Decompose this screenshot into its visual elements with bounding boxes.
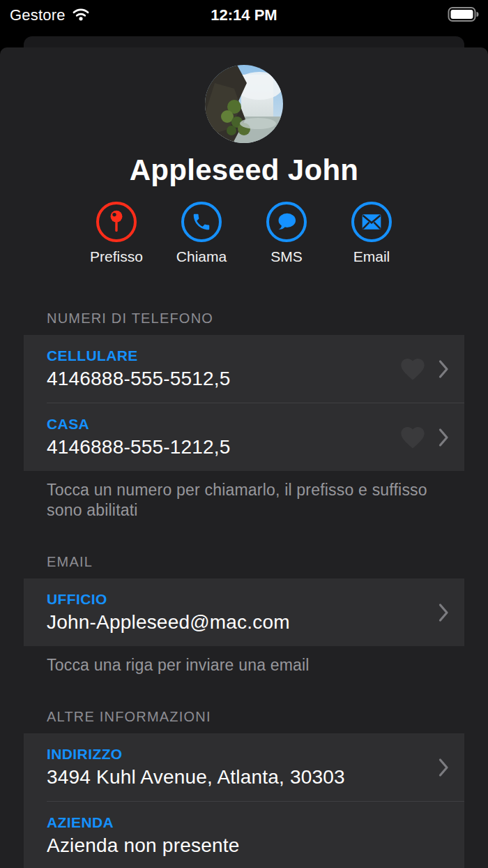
- phone-type-label: CELLULARE: [47, 347, 398, 364]
- action-buttons: Prefisso Chiama SMS: [0, 202, 488, 265]
- chevron-right-icon: [439, 758, 449, 777]
- battery-icon: [448, 6, 480, 25]
- other-info-card: INDIRIZZO 3494 Kuhl Avenue, Atlanta, 303…: [24, 733, 464, 868]
- phone-number: 4146888-555-1212,5: [47, 435, 398, 459]
- contact-detail-sheet: Appleseed John Prefisso: [0, 47, 488, 868]
- email-hint: Tocca una riga per inviare una email: [24, 655, 442, 675]
- phone-number: 4146888-555-5512,5: [47, 367, 398, 391]
- action-label: Prefisso: [90, 248, 143, 265]
- speech-bubble-icon: [266, 202, 307, 242]
- pin-icon: [96, 202, 137, 242]
- email-button[interactable]: Email: [329, 202, 414, 265]
- phone-row-casa[interactable]: CASA 4146888-555-1212,5: [24, 403, 464, 471]
- address-value: 3494 Kuhl Avenue, Atlanta, 30303: [47, 765, 439, 789]
- section-header-phones: NUMERI DI TELEFONO: [24, 310, 464, 327]
- phones-hint: Tocca un numero per chiamarlo, il prefis…: [24, 480, 442, 521]
- call-button[interactable]: Chiama: [159, 202, 244, 265]
- phone-screen: Gestore 12:14 PM: [0, 0, 488, 868]
- clock: 12:14 PM: [0, 0, 488, 31]
- avatar: [205, 65, 283, 143]
- company-value: Azienda non presente: [47, 834, 464, 858]
- sms-button[interactable]: SMS: [244, 202, 329, 265]
- action-label: Chiama: [176, 248, 227, 265]
- email-type-label: UFFICIO: [47, 590, 439, 608]
- contact-name: Appleseed John: [0, 153, 488, 188]
- email-address: John-Appleseed@mac.com: [47, 611, 439, 634]
- favorite-heart-icon[interactable]: [398, 424, 427, 451]
- email-card: UFFICIO John-Appleseed@mac.com: [24, 578, 464, 646]
- envelope-icon: [351, 202, 392, 242]
- phones-card: CELLULARE 4146888-555-5512,5 CASA 414688…: [24, 335, 464, 471]
- company-row[interactable]: AZIENDA Azienda non presente: [24, 802, 464, 868]
- phone-row-cellulare[interactable]: CELLULARE 4146888-555-5512,5: [24, 335, 464, 403]
- section-header-other: ALTRE INFORMAZIONI: [24, 708, 464, 725]
- chevron-right-icon: [439, 603, 449, 622]
- chevron-right-icon: [439, 428, 449, 447]
- email-row-ufficio[interactable]: UFFICIO John-Appleseed@mac.com: [24, 578, 464, 646]
- address-row[interactable]: INDIRIZZO 3494 Kuhl Avenue, Atlanta, 303…: [24, 733, 464, 801]
- company-label: AZIENDA: [47, 814, 464, 831]
- chevron-right-icon: [439, 359, 449, 379]
- phone-icon: [181, 202, 222, 242]
- prefix-button[interactable]: Prefisso: [74, 202, 159, 265]
- address-label: INDIRIZZO: [47, 745, 439, 763]
- phone-type-label: CASA: [47, 415, 398, 433]
- action-label: Email: [353, 248, 390, 265]
- action-label: SMS: [270, 248, 303, 265]
- status-bar: Gestore 12:14 PM: [0, 0, 488, 31]
- section-header-email: EMAIL: [24, 553, 464, 570]
- favorite-heart-icon[interactable]: [398, 355, 427, 383]
